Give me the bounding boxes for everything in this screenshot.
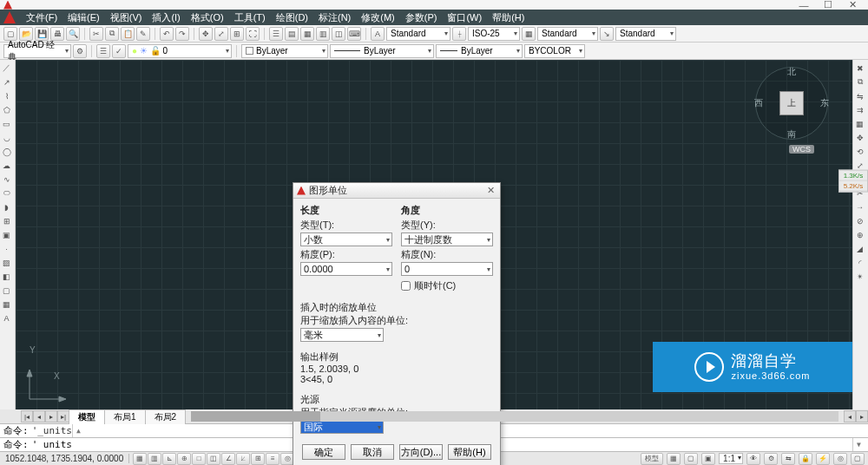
- modelspace-button[interactable]: 模型: [641, 453, 663, 465]
- layout-h-scrollbar[interactable]: [191, 411, 838, 422]
- spline-icon[interactable]: ∿: [0, 173, 13, 186]
- undo-icon[interactable]: ↶: [160, 27, 174, 41]
- drawing-canvas[interactable]: 上 北 南 西 东 WCS Y X 图形单位 ✕ 长度: [16, 60, 852, 409]
- match-icon[interactable]: ✎: [136, 27, 150, 41]
- isolate-obj-icon[interactable]: ◎: [833, 453, 847, 465]
- viewcube-top[interactable]: 上: [779, 91, 804, 115]
- tab-layout2[interactable]: 布局2: [145, 409, 187, 424]
- erase-icon[interactable]: ✖: [853, 62, 866, 75]
- linetype-combo[interactable]: ByLayer: [330, 44, 434, 58]
- quickview-dwg-icon[interactable]: ▣: [701, 453, 715, 465]
- insert-unit-select[interactable]: 毫米: [300, 328, 384, 342]
- line-icon[interactable]: ／: [0, 62, 13, 75]
- insert-icon[interactable]: ⊞: [0, 214, 13, 227]
- menu-modify[interactable]: 修改(M): [356, 10, 400, 26]
- clockwise-checkbox[interactable]: [401, 281, 411, 291]
- polar-toggle[interactable]: ⊕: [177, 453, 191, 465]
- length-type-select[interactable]: 小数: [300, 232, 392, 246]
- rotate-icon[interactable]: ⟲: [853, 145, 866, 158]
- grid-toggle[interactable]: ▥: [148, 453, 161, 465]
- toolpal-icon[interactable]: ▦: [300, 27, 314, 41]
- menu-draw[interactable]: 绘图(D): [271, 10, 313, 26]
- tab-layout1[interactable]: 布局1: [104, 409, 146, 424]
- ellipsearc-icon[interactable]: ◗: [0, 200, 13, 213]
- menu-format[interactable]: 格式(O): [186, 10, 229, 26]
- rect-icon[interactable]: ▭: [0, 117, 13, 130]
- anno-auto-icon[interactable]: ⚙: [764, 453, 778, 465]
- menu-window[interactable]: 窗口(W): [442, 10, 487, 26]
- join-icon[interactable]: ⊕: [853, 228, 866, 241]
- clean-screen-icon[interactable]: ▢: [851, 453, 865, 465]
- menu-view[interactable]: 视图(V): [105, 10, 148, 26]
- pan-icon[interactable]: ✥: [199, 27, 213, 41]
- wcs-badge[interactable]: WCS: [789, 145, 814, 154]
- textstyle-combo[interactable]: Standard: [386, 27, 450, 41]
- viewcube-north[interactable]: 北: [787, 66, 796, 78]
- menu-edit[interactable]: 编辑(E): [62, 10, 105, 26]
- tab-model[interactable]: 模型: [69, 409, 105, 424]
- lineweight-combo[interactable]: ByLayer: [436, 44, 523, 58]
- cmd-scroll-down[interactable]: ▼: [852, 438, 865, 451]
- layout-nav-last[interactable]: ▸|: [57, 410, 69, 422]
- array-icon[interactable]: ▦: [853, 117, 866, 130]
- offset-icon[interactable]: ⇉: [853, 103, 866, 116]
- move-icon[interactable]: ✥: [853, 131, 866, 144]
- workspace-switch-icon[interactable]: ⇆: [781, 453, 795, 465]
- pline-icon[interactable]: ⌇: [0, 89, 13, 102]
- quickview-layout-icon[interactable]: ▢: [684, 453, 698, 465]
- fillet-icon[interactable]: ◜: [853, 256, 866, 269]
- minimize-button[interactable]: —: [792, 1, 816, 10]
- angle-prec-select[interactable]: 0: [401, 262, 493, 276]
- maximize-button[interactable]: ☐: [816, 1, 840, 10]
- lock-ui-icon[interactable]: 🔒: [799, 453, 812, 465]
- menu-file[interactable]: 文件(F): [21, 10, 62, 26]
- viewcube-east[interactable]: 东: [820, 97, 829, 109]
- copy-icon[interactable]: ⧉: [105, 27, 119, 41]
- cmd-scroll-up[interactable]: ▲: [72, 424, 84, 437]
- lwt-toggle[interactable]: ≡: [266, 453, 279, 465]
- viewcube-south[interactable]: 南: [787, 128, 796, 141]
- zoom-icon[interactable]: ⤢: [214, 27, 228, 41]
- app-logo-icon[interactable]: [3, 11, 16, 23]
- extend-icon[interactable]: →: [853, 200, 866, 213]
- copyobj-icon[interactable]: ⧉: [853, 75, 866, 88]
- redo-icon[interactable]: ↷: [175, 27, 189, 41]
- mleaderstyle-icon[interactable]: ↘: [600, 27, 614, 41]
- tablestyle-combo[interactable]: Standard: [537, 27, 598, 41]
- length-prec-select[interactable]: 0.0000: [300, 262, 392, 276]
- arc-icon[interactable]: ◡: [0, 131, 13, 144]
- coord-readout[interactable]: 1052.1048, 1735.1904, 0.0000: [0, 454, 129, 463]
- menu-param[interactable]: 参数(P): [400, 10, 443, 26]
- sheet-icon[interactable]: ▥: [316, 27, 330, 41]
- gradient-icon[interactable]: ◧: [0, 270, 13, 283]
- layout-nav-first[interactable]: |◂: [21, 410, 33, 422]
- layerprop-icon[interactable]: ☰: [96, 44, 110, 58]
- layer-combo[interactable]: ● ☀ 🔓 0: [128, 44, 232, 58]
- polygon-icon[interactable]: ⬠: [0, 103, 13, 116]
- cancel-button[interactable]: 取消: [351, 444, 394, 460]
- block-icon[interactable]: ▣: [0, 228, 13, 241]
- layout-nav-next[interactable]: ▸: [45, 410, 57, 422]
- help-button[interactable]: 帮助(H): [448, 444, 491, 460]
- break-icon[interactable]: ⊘: [853, 214, 866, 227]
- viewcube-west[interactable]: 西: [754, 97, 763, 109]
- paste-icon[interactable]: 📋: [121, 27, 135, 41]
- workspace-combo[interactable]: AutoCAD 经典: [3, 44, 71, 58]
- markup-icon[interactable]: ◫: [332, 27, 345, 41]
- explode-icon[interactable]: ✴: [853, 270, 866, 283]
- dialog-titlebar[interactable]: 图形单位 ✕: [293, 183, 500, 199]
- grid-display-icon[interactable]: ▦: [667, 453, 681, 465]
- calc-icon[interactable]: ⌨: [347, 27, 361, 41]
- revcloud-icon[interactable]: ☁: [0, 159, 13, 172]
- menu-insert[interactable]: 插入(I): [147, 10, 185, 26]
- angle-type-select[interactable]: 十进制度数: [401, 232, 493, 246]
- point-icon[interactable]: ·: [0, 242, 13, 255]
- layerstate-icon[interactable]: ✓: [112, 44, 126, 58]
- ok-button[interactable]: 确定: [302, 444, 345, 460]
- osnap-toggle[interactable]: □: [192, 453, 206, 465]
- direction-button[interactable]: 方向(D)...: [399, 444, 443, 460]
- tablestyle-icon[interactable]: ▦: [522, 27, 536, 41]
- mirror-icon[interactable]: ⇋: [853, 89, 866, 102]
- close-button[interactable]: ✕: [840, 1, 865, 10]
- layout-scroll-left[interactable]: ◂: [844, 410, 856, 422]
